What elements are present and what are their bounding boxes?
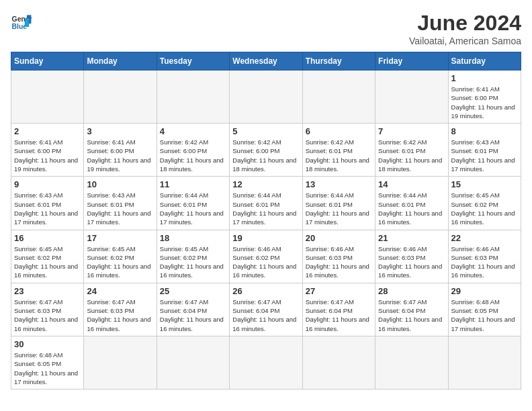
calendar-cell: 13Sunrise: 6:44 AM Sunset: 6:01 PM Dayli… — [302, 177, 375, 230]
day-info: Sunrise: 6:46 AM Sunset: 6:03 PM Dayligh… — [378, 244, 445, 280]
title-block: June 2024 Vailoatai, American Samoa — [409, 11, 521, 46]
calendar-cell: 10Sunrise: 6:43 AM Sunset: 6:01 PM Dayli… — [84, 177, 157, 230]
day-number: 23 — [14, 286, 81, 296]
day-info: Sunrise: 6:47 AM Sunset: 6:04 PM Dayligh… — [378, 298, 445, 333]
calendar-cell — [375, 336, 448, 389]
calendar-cell: 29Sunrise: 6:48 AM Sunset: 6:05 PM Dayli… — [448, 283, 521, 336]
weekday-header-row: SundayMondayTuesdayWednesdayThursdayFrid… — [11, 52, 521, 71]
weekday-header-sunday: Sunday — [11, 52, 84, 71]
calendar-cell: 23Sunrise: 6:47 AM Sunset: 6:03 PM Dayli… — [11, 283, 84, 336]
calendar-cell: 26Sunrise: 6:47 AM Sunset: 6:04 PM Dayli… — [230, 283, 302, 336]
day-number: 10 — [87, 179, 153, 189]
calendar-cell: 18Sunrise: 6:45 AM Sunset: 6:02 PM Dayli… — [157, 230, 229, 283]
calendar-cell: 4Sunrise: 6:42 AM Sunset: 6:00 PM Daylig… — [157, 124, 229, 177]
day-info: Sunrise: 6:46 AM Sunset: 6:03 PM Dayligh… — [451, 244, 518, 280]
day-number: 30 — [14, 339, 81, 349]
calendar-week-row: 2Sunrise: 6:41 AM Sunset: 6:00 PM Daylig… — [11, 124, 521, 177]
calendar-cell — [230, 71, 302, 124]
day-number: 27 — [306, 286, 372, 296]
calendar-cell — [375, 71, 448, 124]
day-number: 3 — [87, 126, 153, 136]
calendar-cell: 8Sunrise: 6:43 AM Sunset: 6:01 PM Daylig… — [448, 124, 521, 177]
calendar-cell: 12Sunrise: 6:44 AM Sunset: 6:01 PM Dayli… — [230, 177, 302, 230]
logo: General Blue — [11, 11, 32, 32]
day-info: Sunrise: 6:48 AM Sunset: 6:05 PM Dayligh… — [451, 298, 518, 333]
day-info: Sunrise: 6:47 AM Sunset: 6:04 PM Dayligh… — [232, 298, 299, 333]
day-number: 17 — [87, 233, 153, 243]
calendar-cell — [230, 336, 302, 389]
day-number: 6 — [306, 126, 372, 136]
day-number: 2 — [14, 126, 81, 136]
day-number: 8 — [451, 126, 518, 136]
calendar-cell: 19Sunrise: 6:46 AM Sunset: 6:02 PM Dayli… — [230, 230, 302, 283]
day-info: Sunrise: 6:45 AM Sunset: 6:02 PM Dayligh… — [160, 244, 226, 280]
day-number: 22 — [451, 233, 518, 243]
calendar-cell: 9Sunrise: 6:43 AM Sunset: 6:01 PM Daylig… — [11, 177, 84, 230]
day-number: 18 — [160, 233, 226, 243]
day-info: Sunrise: 6:45 AM Sunset: 6:02 PM Dayligh… — [451, 191, 518, 226]
day-number: 13 — [306, 179, 372, 189]
calendar-cell — [84, 71, 157, 124]
calendar-cell: 30Sunrise: 6:48 AM Sunset: 6:05 PM Dayli… — [11, 336, 84, 389]
day-number: 21 — [378, 233, 445, 243]
day-info: Sunrise: 6:43 AM Sunset: 6:01 PM Dayligh… — [14, 191, 81, 226]
day-number: 28 — [378, 286, 445, 296]
calendar-cell: 24Sunrise: 6:47 AM Sunset: 6:03 PM Dayli… — [84, 283, 157, 336]
calendar-cell — [448, 336, 521, 389]
day-number: 20 — [306, 233, 372, 243]
day-number: 19 — [232, 233, 299, 243]
calendar-cell: 21Sunrise: 6:46 AM Sunset: 6:03 PM Dayli… — [375, 230, 448, 283]
day-info: Sunrise: 6:47 AM Sunset: 6:04 PM Dayligh… — [306, 298, 372, 333]
calendar-cell: 14Sunrise: 6:44 AM Sunset: 6:01 PM Dayli… — [375, 177, 448, 230]
day-number: 9 — [14, 179, 81, 189]
svg-marker-3 — [25, 18, 29, 27]
calendar-cell: 3Sunrise: 6:41 AM Sunset: 6:00 PM Daylig… — [84, 124, 157, 177]
day-info: Sunrise: 6:42 AM Sunset: 6:00 PM Dayligh… — [160, 138, 226, 173]
day-info: Sunrise: 6:44 AM Sunset: 6:01 PM Dayligh… — [378, 191, 445, 226]
calendar-cell: 16Sunrise: 6:45 AM Sunset: 6:02 PM Dayli… — [11, 230, 84, 283]
day-info: Sunrise: 6:42 AM Sunset: 6:01 PM Dayligh… — [306, 138, 372, 173]
day-info: Sunrise: 6:41 AM Sunset: 6:00 PM Dayligh… — [14, 138, 81, 173]
day-info: Sunrise: 6:41 AM Sunset: 6:00 PM Dayligh… — [87, 138, 153, 173]
weekday-header-tuesday: Tuesday — [157, 52, 229, 71]
calendar-cell: 15Sunrise: 6:45 AM Sunset: 6:02 PM Dayli… — [448, 177, 521, 230]
day-number: 11 — [160, 179, 226, 189]
day-number: 7 — [378, 126, 445, 136]
day-number: 5 — [232, 126, 299, 136]
day-info: Sunrise: 6:47 AM Sunset: 6:03 PM Dayligh… — [87, 298, 153, 333]
day-info: Sunrise: 6:41 AM Sunset: 6:00 PM Dayligh… — [451, 85, 518, 120]
day-number: 25 — [160, 286, 226, 296]
calendar-cell — [11, 71, 84, 124]
weekday-header-monday: Monday — [84, 52, 157, 71]
day-info: Sunrise: 6:45 AM Sunset: 6:02 PM Dayligh… — [14, 244, 81, 280]
day-info: Sunrise: 6:42 AM Sunset: 6:01 PM Dayligh… — [378, 138, 445, 173]
day-number: 12 — [232, 179, 299, 189]
day-number: 15 — [451, 179, 518, 189]
calendar-table: SundayMondayTuesdayWednesdayThursdayFrid… — [11, 52, 521, 390]
day-number: 26 — [232, 286, 299, 296]
weekday-header-thursday: Thursday — [302, 52, 375, 71]
calendar-week-row: 30Sunrise: 6:48 AM Sunset: 6:05 PM Dayli… — [11, 336, 521, 389]
calendar-cell — [302, 71, 375, 124]
day-info: Sunrise: 6:47 AM Sunset: 6:04 PM Dayligh… — [160, 298, 226, 333]
calendar-cell: 17Sunrise: 6:45 AM Sunset: 6:02 PM Dayli… — [84, 230, 157, 283]
title-location: Vailoatai, American Samoa — [409, 36, 521, 46]
calendar-cell: 27Sunrise: 6:47 AM Sunset: 6:04 PM Dayli… — [302, 283, 375, 336]
weekday-header-wednesday: Wednesday — [230, 52, 302, 71]
weekday-header-friday: Friday — [375, 52, 448, 71]
calendar-cell: 22Sunrise: 6:46 AM Sunset: 6:03 PM Dayli… — [448, 230, 521, 283]
title-month: June 2024 — [409, 11, 521, 36]
day-info: Sunrise: 6:46 AM Sunset: 6:03 PM Dayligh… — [306, 244, 372, 280]
weekday-header-saturday: Saturday — [448, 52, 521, 71]
day-info: Sunrise: 6:47 AM Sunset: 6:03 PM Dayligh… — [14, 298, 81, 333]
logo-icon: General Blue — [11, 11, 32, 32]
day-number: 29 — [451, 286, 518, 296]
day-info: Sunrise: 6:43 AM Sunset: 6:01 PM Dayligh… — [451, 138, 518, 173]
day-info: Sunrise: 6:43 AM Sunset: 6:01 PM Dayligh… — [87, 191, 153, 226]
calendar-cell: 28Sunrise: 6:47 AM Sunset: 6:04 PM Dayli… — [375, 283, 448, 336]
calendar-cell — [302, 336, 375, 389]
calendar-cell: 25Sunrise: 6:47 AM Sunset: 6:04 PM Dayli… — [157, 283, 229, 336]
page-header: General Blue June 2024 Vailoatai, Americ… — [11, 11, 521, 46]
day-number: 24 — [87, 286, 153, 296]
calendar-cell: 6Sunrise: 6:42 AM Sunset: 6:01 PM Daylig… — [302, 124, 375, 177]
